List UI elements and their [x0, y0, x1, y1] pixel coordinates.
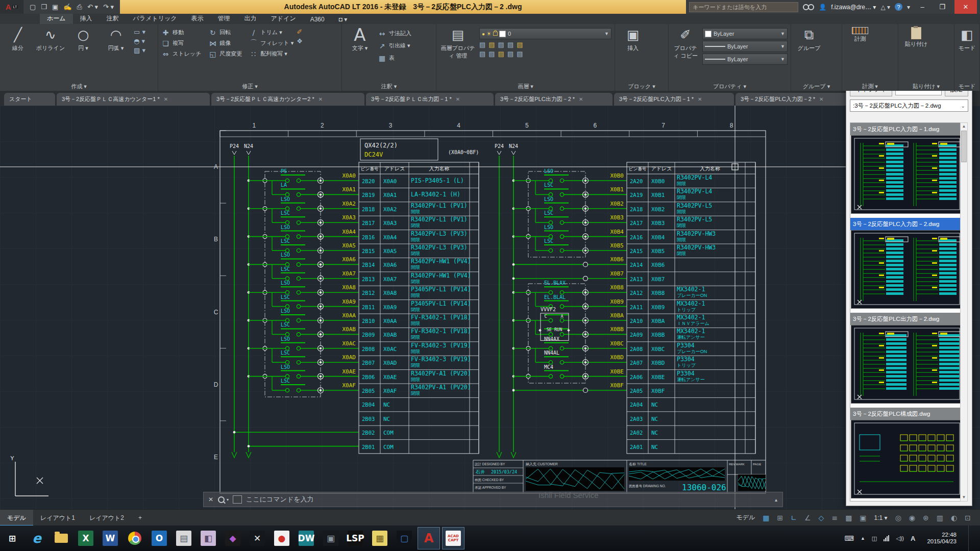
osnap-icon[interactable]: ◇: [819, 514, 824, 522]
ribbon-tab-出力[interactable]: 出力: [237, 13, 264, 24]
snap-icon[interactable]: ⊞: [777, 514, 783, 522]
ortho-icon[interactable]: ∟: [791, 514, 797, 522]
minimize-button[interactable]: –: [915, 3, 930, 11]
signed-in-user[interactable]: f.izawa@dre… ▾: [831, 4, 876, 11]
purple-app-icon[interactable]: ◆: [222, 527, 244, 549]
command-search-caret-icon[interactable]: ▾: [227, 497, 229, 502]
show-desktop-button[interactable]: [968, 525, 974, 551]
layer-tool-5[interactable]: ▤: [479, 50, 485, 58]
explode-tool[interactable]: ❖: [297, 37, 303, 45]
plot-icon[interactable]: ⎙: [77, 3, 82, 11]
isolate-objects-icon[interactable]: ◐: [951, 514, 957, 522]
mirror-tool[interactable]: ⋈鏡像: [208, 38, 242, 48]
layer-tool-7[interactable]: ▤: [498, 50, 504, 58]
arc-tool[interactable]: ◠円弧 ▾: [101, 27, 131, 52]
new-file-icon[interactable]: ▢: [30, 3, 36, 11]
save-as-icon[interactable]: ✍: [63, 3, 71, 11]
panel-label-5[interactable]: プロパティ ▾: [669, 82, 791, 91]
save-icon[interactable]: ▣: [52, 3, 58, 11]
ribbon-tab-挿入[interactable]: 挿入: [73, 13, 100, 24]
capture-item-thumbnail-3[interactable]: [851, 420, 962, 498]
annotation-scale-button[interactable]: 1:1 ▾: [874, 514, 888, 521]
transparency-icon[interactable]: ▩: [845, 514, 852, 522]
a360-icon[interactable]: △ ▾: [880, 4, 890, 11]
polar-tracking-icon[interactable]: ∠: [804, 514, 811, 522]
scroll-down-icon[interactable]: ▼: [961, 494, 967, 501]
ime-mode-icon[interactable]: A: [911, 535, 915, 542]
capture-item-header-3[interactable]: 3号－2反応盤PLC構成図.dwg: [850, 408, 963, 420]
file-tab-close-icon[interactable]: ✕: [819, 96, 823, 102]
layout1-tab[interactable]: レイアウト1: [33, 510, 82, 526]
network-icon[interactable]: [884, 535, 889, 541]
start-button[interactable]: ⊞: [1, 527, 23, 549]
undo-icon[interactable]: ↶ ▾: [87, 3, 98, 11]
property-combo-0[interactable]: ByLayer▼: [702, 28, 788, 39]
capture-item-thumbnail-2[interactable]: [851, 325, 962, 404]
property-combo-2[interactable]: ByLayer▼: [702, 54, 788, 65]
line-tool[interactable]: ╱線分: [3, 27, 33, 52]
keyboard-icon[interactable]: ⌨: [844, 535, 854, 542]
command-input-placeholder[interactable]: ここにコマンドを入力: [246, 495, 313, 504]
array-tool[interactable]: ∷配列複写 ▾: [249, 48, 293, 59]
ribbon-tab-アドイン[interactable]: アドイン: [264, 13, 303, 24]
ribbon-tab-A360[interactable]: A360: [303, 15, 332, 24]
new-layout-button[interactable]: +: [131, 510, 149, 526]
explorer-icon[interactable]: [50, 527, 72, 549]
word-icon[interactable]: W: [99, 527, 121, 549]
tray-clock[interactable]: 22:48 2015/04/23: [922, 532, 962, 545]
ribbon-tab-ホーム[interactable]: ホーム: [40, 13, 73, 24]
text-tool[interactable]: A文字 ▾: [345, 27, 375, 52]
search-binoculars-icon[interactable]: [803, 4, 814, 10]
ribbon-tab-注釈[interactable]: 注釈: [100, 13, 126, 24]
annotation-visibility-icon[interactable]: ◎: [895, 514, 901, 522]
file-tab-close-icon[interactable]: ✕: [456, 96, 460, 102]
measure-button[interactable]: 計測: [845, 27, 875, 43]
notepad-icon[interactable]: ▤: [173, 527, 195, 549]
brush-tool[interactable]: ✐: [297, 28, 303, 36]
monitor-app-icon[interactable]: ▢: [393, 527, 415, 549]
file-tab-4[interactable]: 3号－2反応盤PLC出力図－2 *✕: [495, 93, 612, 106]
insert-block-button[interactable]: ▣挿入: [618, 27, 648, 52]
layout2-tab[interactable]: レイアウト2: [82, 510, 131, 526]
file-tab-5[interactable]: 3号－2反応盤PLC入力図－1 *✕: [614, 93, 734, 106]
command-history-chevron-icon[interactable]: ▴: [775, 497, 782, 503]
table-tool[interactable]: ▦表: [378, 53, 411, 63]
model-space-button[interactable]: モデル: [737, 513, 755, 522]
panel-label-9[interactable]: モード: [954, 82, 979, 91]
file-tab-close-icon[interactable]: ✕: [318, 96, 323, 102]
ribbon-tab-表示[interactable]: 表示: [184, 13, 211, 24]
ribbon-tab-管理[interactable]: 管理: [211, 13, 237, 24]
file-tab-6[interactable]: 3号－2反応盤PLC入力図－2 *✕: [736, 93, 858, 106]
help-icon[interactable]: ?: [895, 3, 902, 11]
layer-tool-6[interactable]: ▤: [488, 50, 495, 58]
panel-label-6[interactable]: グループ ▾: [791, 82, 842, 91]
lineweight-icon[interactable]: ≡: [831, 514, 838, 522]
capture-list-scrollbar[interactable]: ▲ ▼: [960, 122, 968, 502]
layer-tool-4[interactable]: ▤: [517, 41, 523, 48]
capture-item-thumbnail-0[interactable]: [851, 135, 962, 214]
layer-tool-0[interactable]: ▤: [479, 41, 485, 48]
panel-label-8[interactable]: 貼り付け ▾: [898, 82, 954, 91]
model-space-canvas[interactable]: 12345678ABCDEP24N24P24N24PSX0A0LAX0A1LSO…: [0, 106, 980, 509]
current-drawing-dropdown[interactable]: :3号－2反応盤PLC入力図－2.dwg ⌄: [850, 99, 968, 112]
leader-tool[interactable]: ↗引出線 ▾: [378, 40, 411, 51]
redo-icon[interactable]: ↷ ▾: [103, 3, 114, 11]
group-button[interactable]: ⧉グループ: [794, 27, 824, 52]
workspace-gear-icon[interactable]: ⊛: [923, 514, 929, 522]
scale-tool[interactable]: ◱尺度変更: [208, 48, 242, 59]
rotate-tool[interactable]: ↻回転: [208, 27, 242, 38]
help-search-input[interactable]: [689, 2, 798, 12]
mode-button[interactable]: ◧モード: [958, 27, 976, 52]
command-line-bar[interactable]: ✕ ▾ ここにコマンドを入力 ▴: [203, 492, 783, 507]
tray-chevron-up-icon[interactable]: ▲: [861, 536, 865, 541]
ribbon-display-toggle[interactable]: ◘ ▾: [332, 15, 355, 24]
file-tab-1[interactable]: 3号－2反応盤ＰＬＣ高速カウンター1 *✕: [57, 93, 210, 106]
file-tab-close-icon[interactable]: ✕: [164, 96, 168, 102]
command-close-icon[interactable]: ✕: [204, 496, 218, 503]
file-tab-0[interactable]: スタート: [4, 93, 55, 106]
paint-icon[interactable]: ◧: [197, 527, 219, 549]
panel-label-0[interactable]: 作成 ▾: [0, 82, 158, 91]
layer-properties-button[interactable]: ▤画層プロパティ 管理: [439, 27, 476, 60]
red-app-icon[interactable]: ●: [271, 527, 293, 549]
signin-user-icon[interactable]: 👤: [819, 4, 826, 11]
